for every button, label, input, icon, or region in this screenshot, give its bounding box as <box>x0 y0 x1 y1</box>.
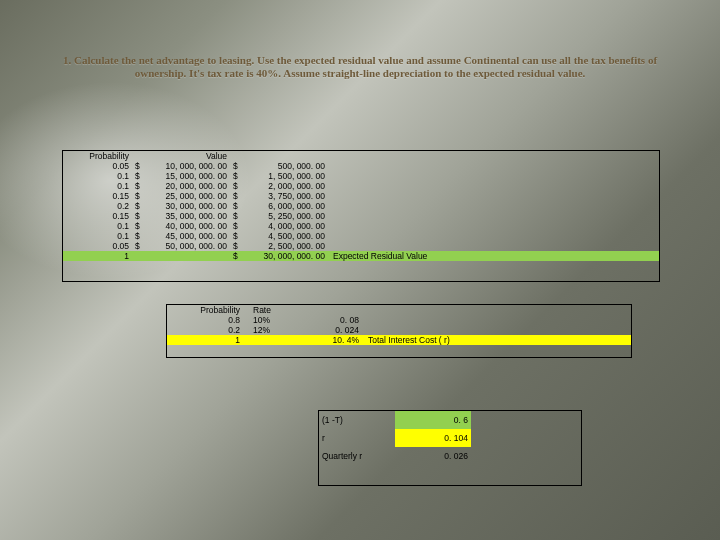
cell-weighted: 5, 250, 000. 00 <box>245 211 327 221</box>
cell-currency: $ <box>131 201 147 211</box>
cell-weighted: 4, 500, 000. 00 <box>245 231 327 241</box>
table-row: (1 -T) 0. 6 <box>319 411 581 429</box>
table-row: 0.1$45, 000, 000. 00$4, 500, 000. 00 <box>63 231 659 241</box>
table-total-row: 1 10. 4% Total Interest Cost ( r) <box>167 335 631 345</box>
cell-value: 0. 6 <box>395 411 471 429</box>
table-row: 0.05$50, 000, 000. 00$2, 500, 000. 00 <box>63 241 659 251</box>
table-row: 0.1$40, 000, 000. 00$4, 000, 000. 00 <box>63 221 659 231</box>
col-header-probability: Probability <box>63 151 131 161</box>
summary-table: (1 -T) 0. 6 r 0. 104 Quarterly r 0. 026 <box>319 411 581 465</box>
cell-currency: $ <box>229 251 245 261</box>
table-header-row: Probability Rate <box>167 305 631 315</box>
cell-value: 30, 000, 000. 00 <box>147 201 229 211</box>
slide-title: 1. Calculate the net advantage to leasin… <box>40 54 680 80</box>
cell-value: 50, 000, 000. 00 <box>147 241 229 251</box>
cell-value: 40, 000, 000. 00 <box>147 221 229 231</box>
table-row: 0.8 10% 0. 08 <box>167 315 631 325</box>
cell-weighted: 6, 000, 000. 00 <box>245 201 327 211</box>
cell-label: Quarterly r <box>319 447 395 465</box>
cell-weighted: 2, 500, 000. 00 <box>245 241 327 251</box>
residual-value-table-panel: Probability Value 0.05$10, 000, 000. 00$… <box>62 150 660 282</box>
cell-currency: $ <box>131 221 147 231</box>
cell-prob: 0.8 <box>167 315 243 325</box>
cell-prob: 0.1 <box>63 231 131 241</box>
cell-value: 0. 104 <box>395 429 471 447</box>
cell-currency: $ <box>131 241 147 251</box>
table-total-row: 1 $ 30, 000, 000. 00 Expected Residual V… <box>63 251 659 261</box>
table-row: 0.2$30, 000, 000. 00$6, 000, 000. 00 <box>63 201 659 211</box>
cell-rate: 12% <box>243 325 306 335</box>
table-row: Quarterly r 0. 026 <box>319 447 581 465</box>
table-row: 0.1$15, 000, 000. 00$1, 500, 000. 00 <box>63 171 659 181</box>
summary-panel: (1 -T) 0. 6 r 0. 104 Quarterly r 0. 026 <box>318 410 582 486</box>
table-row: 0.1$20, 000, 000. 00$2, 000, 000. 00 <box>63 181 659 191</box>
cell-weighted: 2, 000, 000. 00 <box>245 181 327 191</box>
cell-value: 10, 000, 000. 00 <box>147 161 229 171</box>
cell-expected-residual-label: Expected Residual Value <box>327 251 659 261</box>
col-header-value: Value <box>147 151 229 161</box>
cell-total-prob: 1 <box>63 251 131 261</box>
cell-value: 20, 000, 000. 00 <box>147 181 229 191</box>
cell-total-rate-label: Total Interest Cost ( r) <box>362 335 631 345</box>
cell-total-rate: 10. 4% <box>306 335 362 345</box>
cell-rate: 10% <box>243 315 306 325</box>
cell-weighted: 1, 500, 000. 00 <box>245 171 327 181</box>
cell-prob: 0.2 <box>63 201 131 211</box>
cell-value: 15, 000, 000. 00 <box>147 171 229 181</box>
slide-background: 1. Calculate the net advantage to leasin… <box>0 0 720 540</box>
cell-currency: $ <box>229 201 245 211</box>
cell-currency: $ <box>229 181 245 191</box>
interest-rate-table: Probability Rate 0.8 10% 0. 08 0.2 12% 0… <box>167 305 631 345</box>
cell-value: 45, 000, 000. 00 <box>147 231 229 241</box>
cell-label: (1 -T) <box>319 411 395 429</box>
cell-prob: 0.2 <box>167 325 243 335</box>
col-header-rate: Rate <box>243 305 306 315</box>
table-row: 0.05$10, 000, 000. 00$500, 000. 00 <box>63 161 659 171</box>
cell-expected-residual: 30, 000, 000. 00 <box>245 251 327 261</box>
cell-prob: 0.15 <box>63 191 131 201</box>
cell-currency: $ <box>229 241 245 251</box>
cell-value: 35, 000, 000. 00 <box>147 211 229 221</box>
cell-currency: $ <box>229 231 245 241</box>
cell-prob: 0.05 <box>63 241 131 251</box>
table-header-row: Probability Value <box>63 151 659 161</box>
cell-weighted: 4, 000, 000. 00 <box>245 221 327 231</box>
interest-rate-table-panel: Probability Rate 0.8 10% 0. 08 0.2 12% 0… <box>166 304 632 358</box>
cell-currency: $ <box>229 191 245 201</box>
cell-weighted: 3, 750, 000. 00 <box>245 191 327 201</box>
cell-currency: $ <box>131 161 147 171</box>
cell-currency: $ <box>131 211 147 221</box>
cell-weighted: 500, 000. 00 <box>245 161 327 171</box>
cell-currency: $ <box>229 161 245 171</box>
cell-prob: 0.1 <box>63 181 131 191</box>
cell-weighted: 0. 024 <box>306 325 362 335</box>
table-row: 0.15$25, 000, 000. 00$3, 750, 000. 00 <box>63 191 659 201</box>
table-row: 0.15$35, 000, 000. 00$5, 250, 000. 00 <box>63 211 659 221</box>
cell-value: 25, 000, 000. 00 <box>147 191 229 201</box>
cell-currency: $ <box>131 181 147 191</box>
cell-currency: $ <box>131 191 147 201</box>
cell-prob: 0.05 <box>63 161 131 171</box>
residual-value-table: Probability Value 0.05$10, 000, 000. 00$… <box>63 151 659 261</box>
cell-currency: $ <box>131 231 147 241</box>
table-row: 0.2 12% 0. 024 <box>167 325 631 335</box>
cell-currency: $ <box>229 211 245 221</box>
table-row: r 0. 104 <box>319 429 581 447</box>
cell-total-prob: 1 <box>167 335 243 345</box>
cell-weighted: 0. 08 <box>306 315 362 325</box>
cell-currency: $ <box>229 171 245 181</box>
col-header-probability: Probability <box>167 305 243 315</box>
cell-label: r <box>319 429 395 447</box>
cell-prob: 0.15 <box>63 211 131 221</box>
cell-prob: 0.1 <box>63 171 131 181</box>
cell-prob: 0.1 <box>63 221 131 231</box>
cell-value: 0. 026 <box>395 447 471 465</box>
cell-currency: $ <box>131 171 147 181</box>
cell-currency: $ <box>229 221 245 231</box>
